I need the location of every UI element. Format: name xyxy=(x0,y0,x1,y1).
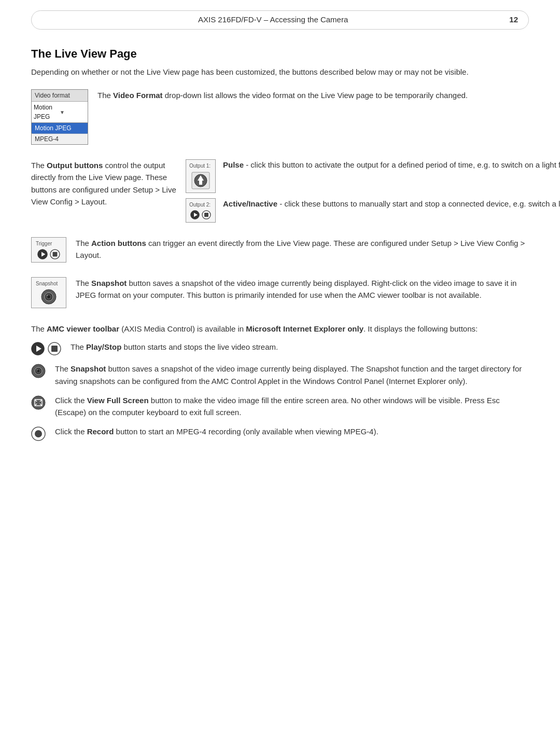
amc-snapshot-description: The Snapshot button saves a snapshot of … xyxy=(55,363,529,387)
amc-play-icon xyxy=(31,342,45,355)
trigger-label: Trigger xyxy=(36,240,52,248)
trigger-box: Trigger xyxy=(31,237,66,263)
action-buttons-description: The Action buttons can trigger an event … xyxy=(76,237,529,262)
output2-description: Active/Inactive - click these buttons to… xyxy=(223,198,560,210)
header-title: AXIS 216FD/FD-V – Accessing the Camera xyxy=(42,14,504,26)
action-stop-icon xyxy=(50,249,60,259)
amc-record-icon xyxy=(31,425,46,441)
svg-point-32 xyxy=(35,430,42,437)
video-format-widget-area: Video format Motion JPEG ▼ Motion JPEG M… xyxy=(31,89,88,145)
snapshot-description: The Snapshot button saves a snapshot of … xyxy=(76,277,529,301)
video-format-option-selected[interactable]: Motion JPEG xyxy=(32,123,88,134)
output-buttons-description: The Output buttons control the output di… xyxy=(31,159,176,208)
amc-stop-icon xyxy=(48,342,61,355)
video-format-section: Video format Motion JPEG ▼ Motion JPEG M… xyxy=(31,89,529,145)
amc-item-record: Click the Record button to start an MPEG… xyxy=(31,425,529,441)
svg-rect-6 xyxy=(204,213,208,217)
pulse-icon xyxy=(191,171,211,190)
action-icons-row xyxy=(37,249,60,259)
amc-record-description: Click the Record button to start an MPEG… xyxy=(55,425,379,437)
page-number: 12 xyxy=(509,14,518,26)
snapshot-box: Snapshot xyxy=(31,277,66,308)
output-buttons-section: The Output buttons control the output di… xyxy=(31,159,529,223)
output1-block: Output 1: Pulse - click this button to a… xyxy=(186,159,560,193)
amc-item-fullscreen: Click the View Full Screen button to mak… xyxy=(31,394,529,419)
amc-section-intro: The AMC viewer toolbar (AXIS Media Contr… xyxy=(31,323,529,335)
snapshot-icon-area: Snapshot xyxy=(31,277,66,308)
svg-point-24 xyxy=(36,369,37,370)
amc-item-snapshot: The Snapshot button saves a snapshot of … xyxy=(31,363,529,387)
video-format-widget[interactable]: Video format Motion JPEG ▼ Motion JPEG M… xyxy=(31,89,88,145)
svg-rect-10 xyxy=(53,252,58,257)
svg-point-15 xyxy=(47,295,48,296)
video-format-option-mpeg4[interactable]: MPEG-4 xyxy=(32,134,88,144)
amc-snapshot-icon xyxy=(31,363,46,378)
header-bar: AXIS 216FD/FD-V – Accessing the Camera 1… xyxy=(31,10,529,30)
amc-play-stop-icons xyxy=(31,341,61,355)
video-format-label: Video format xyxy=(32,90,88,102)
output1-description: Pulse - click this button to activate th… xyxy=(223,159,560,171)
video-format-selected: Motion JPEG xyxy=(34,103,60,121)
amc-fullscreen-description: Click the View Full Screen button to mak… xyxy=(55,394,529,419)
page-heading: The Live View Page xyxy=(31,45,529,62)
intro-text: Depending on whether or not the Live Vie… xyxy=(31,66,529,78)
output1-icon-box: Output 1: xyxy=(186,159,216,193)
amc-play-stop-description: The Play/Stop button starts and stops th… xyxy=(71,341,278,353)
output2-icon-box: Output 2: xyxy=(186,198,216,223)
action-buttons-icon-area: Trigger xyxy=(31,237,66,263)
output2-icons-row xyxy=(190,210,211,219)
action-buttons-section: Trigger The Action buttons can trigger a… xyxy=(31,237,529,263)
action-play-icon xyxy=(37,249,48,259)
output2-play-icon xyxy=(190,210,200,219)
snapshot-section: Snapshot The Snapshot button saves a sna… xyxy=(31,277,529,308)
amc-fullscreen-svg-icon xyxy=(31,395,46,410)
amc-item-play-stop: The Play/Stop button starts and stops th… xyxy=(31,341,529,355)
video-format-description: The Video Format drop-down list allows t… xyxy=(97,89,529,101)
output-buttons-group: Output 1: Pulse - click this button to a… xyxy=(186,159,560,223)
amc-record-svg-icon xyxy=(31,427,46,441)
amc-fullscreen-icon xyxy=(31,394,46,410)
output2-block: Output 2: Ac xyxy=(186,198,560,223)
dropdown-arrow-icon: ▼ xyxy=(60,108,86,116)
amc-snapshot-camera-icon xyxy=(31,364,46,378)
svg-rect-19 xyxy=(51,346,58,352)
snapshot-camera-icon xyxy=(40,289,57,305)
svg-point-25 xyxy=(32,396,45,409)
snapshot-label: Snapshot xyxy=(36,280,58,287)
video-format-dropdown[interactable]: Motion JPEG ▼ xyxy=(32,102,88,123)
output2-stop-icon xyxy=(202,210,211,219)
amc-items-list: The Play/Stop button starts and stops th… xyxy=(31,341,529,441)
